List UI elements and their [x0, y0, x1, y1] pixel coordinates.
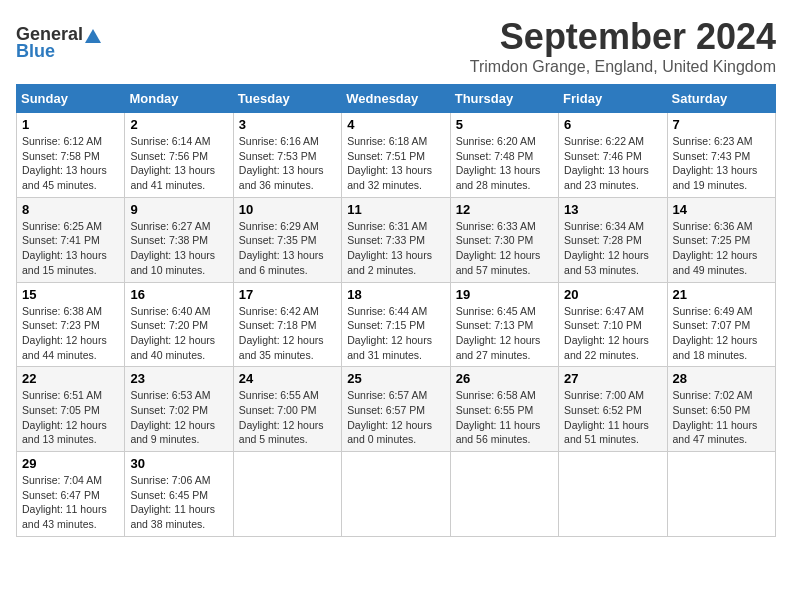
- day-info: Sunrise: 6:53 AMSunset: 7:02 PMDaylight:…: [130, 388, 227, 447]
- day-number: 24: [239, 371, 336, 386]
- day-number: 3: [239, 117, 336, 132]
- calendar-cell: 5Sunrise: 6:20 AMSunset: 7:48 PMDaylight…: [450, 113, 558, 198]
- day-number: 20: [564, 287, 661, 302]
- day-info: Sunrise: 6:31 AMSunset: 7:33 PMDaylight:…: [347, 219, 444, 278]
- calendar-cell: 3Sunrise: 6:16 AMSunset: 7:53 PMDaylight…: [233, 113, 341, 198]
- day-number: 27: [564, 371, 661, 386]
- calendar-cell: [342, 452, 450, 537]
- calendar-cell: 25Sunrise: 6:57 AMSunset: 6:57 PMDayligh…: [342, 367, 450, 452]
- day-number: 7: [673, 117, 770, 132]
- day-number: 2: [130, 117, 227, 132]
- day-info: Sunrise: 6:29 AMSunset: 7:35 PMDaylight:…: [239, 219, 336, 278]
- day-number: 22: [22, 371, 119, 386]
- day-number: 30: [130, 456, 227, 471]
- day-number: 10: [239, 202, 336, 217]
- weekday-header-saturday: Saturday: [667, 85, 775, 113]
- day-number: 8: [22, 202, 119, 217]
- day-info: Sunrise: 6:55 AMSunset: 7:00 PMDaylight:…: [239, 388, 336, 447]
- day-number: 16: [130, 287, 227, 302]
- day-number: 9: [130, 202, 227, 217]
- calendar-header-row: SundayMondayTuesdayWednesdayThursdayFrid…: [17, 85, 776, 113]
- day-info: Sunrise: 6:44 AMSunset: 7:15 PMDaylight:…: [347, 304, 444, 363]
- calendar-cell: 26Sunrise: 6:58 AMSunset: 6:55 PMDayligh…: [450, 367, 558, 452]
- day-number: 4: [347, 117, 444, 132]
- day-info: Sunrise: 6:36 AMSunset: 7:25 PMDaylight:…: [673, 219, 770, 278]
- day-number: 12: [456, 202, 553, 217]
- day-info: Sunrise: 7:02 AMSunset: 6:50 PMDaylight:…: [673, 388, 770, 447]
- calendar-week-row: 1Sunrise: 6:12 AMSunset: 7:58 PMDaylight…: [17, 113, 776, 198]
- day-number: 13: [564, 202, 661, 217]
- day-info: Sunrise: 6:47 AMSunset: 7:10 PMDaylight:…: [564, 304, 661, 363]
- calendar-cell: 28Sunrise: 7:02 AMSunset: 6:50 PMDayligh…: [667, 367, 775, 452]
- day-info: Sunrise: 6:34 AMSunset: 7:28 PMDaylight:…: [564, 219, 661, 278]
- day-number: 23: [130, 371, 227, 386]
- day-info: Sunrise: 6:18 AMSunset: 7:51 PMDaylight:…: [347, 134, 444, 193]
- day-number: 19: [456, 287, 553, 302]
- calendar-cell: [667, 452, 775, 537]
- calendar-cell: [450, 452, 558, 537]
- calendar-cell: 18Sunrise: 6:44 AMSunset: 7:15 PMDayligh…: [342, 282, 450, 367]
- day-info: Sunrise: 6:33 AMSunset: 7:30 PMDaylight:…: [456, 219, 553, 278]
- day-info: Sunrise: 6:16 AMSunset: 7:53 PMDaylight:…: [239, 134, 336, 193]
- day-info: Sunrise: 6:58 AMSunset: 6:55 PMDaylight:…: [456, 388, 553, 447]
- day-number: 5: [456, 117, 553, 132]
- page-header: General Blue September 2024 Trimdon Gran…: [16, 16, 776, 76]
- calendar-week-row: 8Sunrise: 6:25 AMSunset: 7:41 PMDaylight…: [17, 197, 776, 282]
- calendar-cell: 8Sunrise: 6:25 AMSunset: 7:41 PMDaylight…: [17, 197, 125, 282]
- calendar-cell: 16Sunrise: 6:40 AMSunset: 7:20 PMDayligh…: [125, 282, 233, 367]
- day-info: Sunrise: 6:27 AMSunset: 7:38 PMDaylight:…: [130, 219, 227, 278]
- calendar-cell: 24Sunrise: 6:55 AMSunset: 7:00 PMDayligh…: [233, 367, 341, 452]
- calendar-cell: 19Sunrise: 6:45 AMSunset: 7:13 PMDayligh…: [450, 282, 558, 367]
- calendar-cell: 1Sunrise: 6:12 AMSunset: 7:58 PMDaylight…: [17, 113, 125, 198]
- day-info: Sunrise: 6:49 AMSunset: 7:07 PMDaylight:…: [673, 304, 770, 363]
- calendar-cell: 10Sunrise: 6:29 AMSunset: 7:35 PMDayligh…: [233, 197, 341, 282]
- title-area: September 2024 Trimdon Grange, England, …: [470, 16, 776, 76]
- day-info: Sunrise: 7:00 AMSunset: 6:52 PMDaylight:…: [564, 388, 661, 447]
- weekday-header-monday: Monday: [125, 85, 233, 113]
- day-number: 26: [456, 371, 553, 386]
- calendar-cell: 17Sunrise: 6:42 AMSunset: 7:18 PMDayligh…: [233, 282, 341, 367]
- calendar-cell: [233, 452, 341, 537]
- calendar-cell: 22Sunrise: 6:51 AMSunset: 7:05 PMDayligh…: [17, 367, 125, 452]
- month-title: September 2024: [470, 16, 776, 58]
- logo-blue-text: Blue: [16, 41, 55, 62]
- logo-triangle-icon: [84, 27, 102, 45]
- calendar-cell: 27Sunrise: 7:00 AMSunset: 6:52 PMDayligh…: [559, 367, 667, 452]
- day-info: Sunrise: 6:40 AMSunset: 7:20 PMDaylight:…: [130, 304, 227, 363]
- calendar-cell: 30Sunrise: 7:06 AMSunset: 6:45 PMDayligh…: [125, 452, 233, 537]
- calendar-cell: 13Sunrise: 6:34 AMSunset: 7:28 PMDayligh…: [559, 197, 667, 282]
- calendar-table: SundayMondayTuesdayWednesdayThursdayFrid…: [16, 84, 776, 537]
- day-number: 21: [673, 287, 770, 302]
- day-info: Sunrise: 6:14 AMSunset: 7:56 PMDaylight:…: [130, 134, 227, 193]
- location-text: Trimdon Grange, England, United Kingdom: [470, 58, 776, 76]
- calendar-week-row: 29Sunrise: 7:04 AMSunset: 6:47 PMDayligh…: [17, 452, 776, 537]
- day-info: Sunrise: 7:04 AMSunset: 6:47 PMDaylight:…: [22, 473, 119, 532]
- calendar-cell: 20Sunrise: 6:47 AMSunset: 7:10 PMDayligh…: [559, 282, 667, 367]
- calendar-cell: 11Sunrise: 6:31 AMSunset: 7:33 PMDayligh…: [342, 197, 450, 282]
- weekday-header-friday: Friday: [559, 85, 667, 113]
- weekday-header-wednesday: Wednesday: [342, 85, 450, 113]
- calendar-cell: 23Sunrise: 6:53 AMSunset: 7:02 PMDayligh…: [125, 367, 233, 452]
- day-number: 14: [673, 202, 770, 217]
- day-info: Sunrise: 7:06 AMSunset: 6:45 PMDaylight:…: [130, 473, 227, 532]
- day-number: 29: [22, 456, 119, 471]
- day-info: Sunrise: 6:23 AMSunset: 7:43 PMDaylight:…: [673, 134, 770, 193]
- calendar-cell: 14Sunrise: 6:36 AMSunset: 7:25 PMDayligh…: [667, 197, 775, 282]
- calendar-cell: 15Sunrise: 6:38 AMSunset: 7:23 PMDayligh…: [17, 282, 125, 367]
- day-number: 25: [347, 371, 444, 386]
- day-info: Sunrise: 6:51 AMSunset: 7:05 PMDaylight:…: [22, 388, 119, 447]
- day-number: 11: [347, 202, 444, 217]
- day-info: Sunrise: 6:45 AMSunset: 7:13 PMDaylight:…: [456, 304, 553, 363]
- day-info: Sunrise: 6:25 AMSunset: 7:41 PMDaylight:…: [22, 219, 119, 278]
- day-info: Sunrise: 6:22 AMSunset: 7:46 PMDaylight:…: [564, 134, 661, 193]
- weekday-header-thursday: Thursday: [450, 85, 558, 113]
- calendar-week-row: 15Sunrise: 6:38 AMSunset: 7:23 PMDayligh…: [17, 282, 776, 367]
- calendar-cell: 12Sunrise: 6:33 AMSunset: 7:30 PMDayligh…: [450, 197, 558, 282]
- day-info: Sunrise: 6:20 AMSunset: 7:48 PMDaylight:…: [456, 134, 553, 193]
- day-number: 18: [347, 287, 444, 302]
- day-number: 28: [673, 371, 770, 386]
- day-info: Sunrise: 6:38 AMSunset: 7:23 PMDaylight:…: [22, 304, 119, 363]
- logo: General Blue: [16, 24, 102, 62]
- calendar-cell: 2Sunrise: 6:14 AMSunset: 7:56 PMDaylight…: [125, 113, 233, 198]
- weekday-header-tuesday: Tuesday: [233, 85, 341, 113]
